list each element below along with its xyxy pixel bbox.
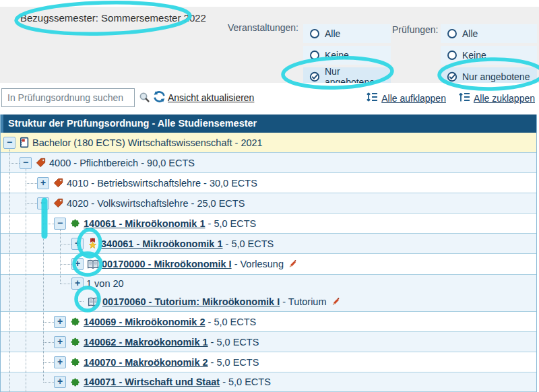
- tree-node-suffix: - 5,0 ECTS: [205, 218, 257, 229]
- tree-node-suffix: - 5,0 ECTS: [220, 377, 271, 387]
- radio-unchecked-icon: [447, 50, 457, 61]
- puzzle-icon: [69, 336, 81, 348]
- tree-row: +00170000 - Mikroökonomik I - Vorlesung: [1, 254, 536, 275]
- radio-option-label: Alle: [325, 28, 340, 39]
- tag-icon: [53, 197, 64, 209]
- collapse-all-icon: [458, 92, 470, 105]
- puzzle-icon: [69, 218, 81, 229]
- expand-node-button[interactable]: +: [71, 258, 84, 270]
- tree-row: +140070 - Makroökonomik 2 - 5,0 ECTS: [1, 352, 536, 372]
- toolbar: Ansicht aktualisieren Alle aufklappen Al…: [0, 83, 539, 115]
- tree-node-suffix: - Tutorium: [280, 296, 326, 307]
- puzzle-icon: [69, 316, 81, 327]
- tree-node-line: +140071 - Wirtschaft und Staat - 5,0 ECT…: [1, 372, 536, 391]
- collapse-node-button[interactable]: −: [37, 197, 49, 209]
- tree-row: −4020 - Volkswirtschaftslehre - 25,0 ECT…: [1, 193, 536, 214]
- search-input[interactable]: [1, 88, 135, 107]
- refresh-view-link[interactable]: Ansicht aktualisieren: [168, 92, 254, 103]
- tree-node-label: 4000 - Pflichtbereich - 90,0 ECTS: [49, 158, 195, 168]
- collapse-all-link[interactable]: Alle zuklappen: [458, 92, 535, 105]
- expand-node-button[interactable]: +: [54, 316, 66, 328]
- tree-row: +340061 - Mikroökonomik 1 - 5,0 ECTS: [1, 234, 536, 254]
- tree-node-link[interactable]: 140070 - Makroökonomik 2: [84, 357, 208, 368]
- tree-node-line: +00170000 - Mikroökonomik I - Vorlesung: [1, 254, 536, 274]
- tree-guide-line: [26, 169, 26, 392]
- search-icon[interactable]: [139, 92, 150, 106]
- expand-all-link[interactable]: Alle aufklappen: [366, 92, 446, 105]
- expand-node-button[interactable]: +: [71, 277, 84, 290]
- expand-node-button[interactable]: +: [71, 238, 84, 250]
- page: Bezugssemester: Sommersemester 2022 Vera…: [0, 0, 539, 392]
- tree-guide-line: [43, 322, 54, 323]
- tree-guide-line: [77, 290, 78, 300]
- tree-node-label: 4010 - Betriebswirtschaftslehre - 30,0 E…: [67, 178, 257, 189]
- tree-node-suffix: - 5,0 ECTS: [208, 357, 259, 368]
- tree-node-line: −140061 - Mikroökonomik 1 - 5,0 ECTS: [1, 214, 536, 233]
- tree-node-line: −Bachelor (180 ECTS) Wirtschaftswissensc…: [1, 133, 536, 152]
- tree-panel-title: Struktur der Prüfungsordnung - Alle Stud…: [1, 115, 536, 133]
- expand-node-button[interactable]: +: [54, 336, 66, 348]
- tree-row: +140071 - Wirtschaft und Staat - 5,0 ECT…: [1, 372, 536, 392]
- expand-node-button[interactable]: +: [54, 376, 66, 388]
- collapse-node-button[interactable]: −: [3, 137, 15, 149]
- radio-unchecked-icon: [309, 50, 320, 61]
- tree-node-label: Bachelor (180 ECTS) Wirtschaftswissensch…: [32, 137, 263, 148]
- radio-unchecked-icon: [309, 28, 320, 39]
- radio-option-label: Keine: [462, 50, 486, 61]
- top-filter-band: Bezugssemester: Sommersemester 2022 Vera…: [0, 7, 539, 83]
- expand-all-icon: [366, 92, 378, 105]
- collapse-node-button[interactable]: −: [54, 218, 66, 230]
- book-icon: [87, 259, 99, 269]
- tree-node-link[interactable]: 00170060 - Tutorium: Mikroökonomik I: [102, 296, 280, 307]
- tree-node-line: −4000 - Pflichtbereich - 90,0 ECTS: [1, 153, 536, 172]
- tree-node-suffix: - 5,0 ECTS: [223, 238, 274, 249]
- tree-row: +1 von 2000170060 - Tutorium: Mikroökono…: [1, 275, 536, 312]
- expand-node-button[interactable]: +: [37, 177, 49, 189]
- radio-option-keine[interactable]: Keine: [303, 46, 391, 65]
- pencil-edit-icon[interactable]: [330, 296, 341, 307]
- tree-node-line: +140069 - Mikroökonomik 2 - 5,0 ECTS: [1, 312, 536, 331]
- radio-checked-icon: [309, 71, 320, 82]
- exam-regulation-icon: [19, 137, 30, 148]
- tree-rows-container: −Bachelor (180 ECTS) Wirtschaftswissensc…: [1, 133, 536, 392]
- tree-node-label: 4020 - Volkswirtschaftslehre - 25,0 ECTS: [67, 198, 245, 209]
- tree-node-line: +4010 - Betriebswirtschaftslehre - 30,0 …: [1, 173, 536, 193]
- veranstaltungen-label: Veranstaltungen:: [222, 22, 298, 33]
- radio-option-label: Alle: [462, 28, 478, 39]
- tree-guide-line: [43, 342, 54, 343]
- tree-node-link[interactable]: 140071 - Wirtschaft und Staat: [84, 377, 220, 387]
- tree-node-line: +340061 - Mikroökonomik 1 - 5,0 ECTS: [1, 234, 536, 253]
- radio-option-alle[interactable]: Alle: [441, 24, 537, 43]
- tree-node-line: +140062 - Makroökonomik 1 - 5,0 ECTS: [1, 332, 536, 352]
- tree-node-link[interactable]: 140069 - Mikroökonomik 2: [84, 317, 205, 327]
- collapse-node-button[interactable]: −: [20, 157, 32, 169]
- tree-guide-line: [60, 284, 71, 284]
- tree-node-link[interactable]: 00170000 - Mikroökonomik I: [102, 259, 232, 269]
- tree-row: −140061 - Mikroökonomik 1 - 5,0 ECTS: [1, 214, 536, 234]
- tree-node-line: +140070 - Makroökonomik 2 - 5,0 ECTS: [1, 352, 536, 372]
- reference-semester-label: Bezugssemester: Sommersemester 2022: [20, 12, 206, 24]
- tree-node-line: 00170060 - Tutorium: Mikroökonomik I - T…: [1, 292, 536, 311]
- radio-checked-icon: [447, 71, 457, 82]
- tree-row: +140069 - Mikroökonomik 2 - 5,0 ECTS: [1, 312, 536, 332]
- tree-node-label: 1 von 20: [86, 278, 124, 289]
- tree-node-suffix: - Vorlesung: [232, 259, 284, 269]
- tree-node-line: +1 von 20: [1, 275, 536, 292]
- tree-node-link[interactable]: 140062 - Makroökonomik 1: [84, 337, 208, 348]
- expand-node-button[interactable]: +: [54, 356, 66, 368]
- tree-guide-line: [60, 230, 61, 284]
- pencil-edit-icon[interactable]: [287, 259, 298, 269]
- tree-row: +4010 - Betriebswirtschaftslehre - 30,0 …: [1, 173, 536, 193]
- radio-option-keine[interactable]: Keine: [441, 46, 537, 65]
- pruefungen-label: Prüfungen:: [392, 24, 437, 35]
- puzzle-icon: [69, 356, 81, 368]
- tree-guide-line: [26, 203, 37, 204]
- tree-node-suffix: - 5,0 ECTS: [205, 317, 257, 327]
- tree-node-link[interactable]: 340061 - Mikroökonomik 1: [101, 238, 223, 249]
- tree-node-link[interactable]: 140061 - Mikroökonomik 1: [84, 218, 205, 229]
- radio-option-label: Keine: [325, 50, 349, 61]
- refresh-icon[interactable]: [152, 90, 166, 106]
- radio-option-alle[interactable]: Alle: [303, 24, 391, 43]
- tree-node-line: −4020 - Volkswirtschaftslehre - 25,0 ECT…: [1, 193, 536, 213]
- tree-guide-line: [43, 362, 54, 363]
